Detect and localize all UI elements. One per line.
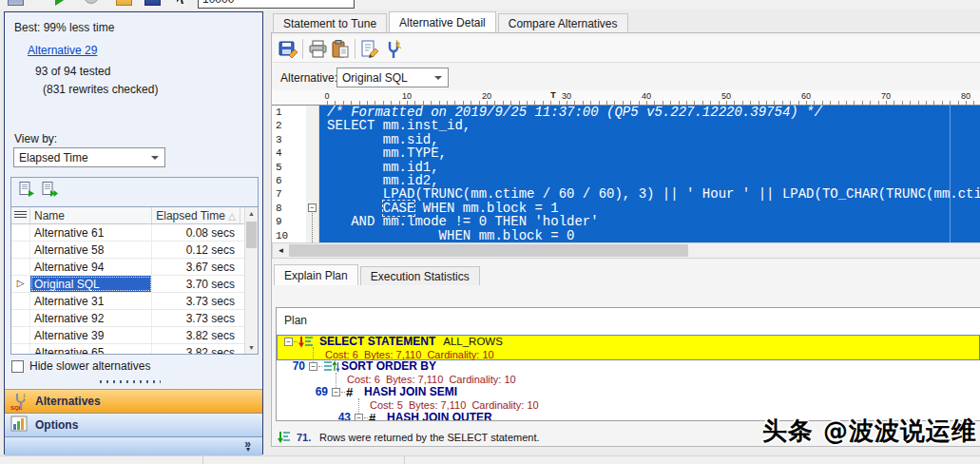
- edit-sql-icon[interactable]: [360, 39, 380, 59]
- tested-count-label: 93 of 94 tested: [35, 65, 110, 78]
- tab-explain-plan[interactable]: Explain Plan: [274, 264, 358, 285]
- hamburger-icon[interactable]: [14, 211, 27, 220]
- tree-collapse-icon[interactable]: −: [309, 362, 317, 371]
- tab-execution-statistics[interactable]: Execution Statistics: [360, 266, 480, 285]
- main-tabs: Statement to TuneAlternative DetailCompa…: [273, 11, 630, 32]
- toolbar-input-value: 10000: [202, 0, 234, 6]
- table-row[interactable]: Alternative 653.82 secs: [11, 344, 258, 354]
- scroll-left-icon[interactable]: ◄: [273, 243, 289, 258]
- row-marker-cell: ▷: [11, 276, 30, 292]
- table-row[interactable]: Alternative 393.82 secs: [11, 327, 258, 344]
- plan-node-name: SORT ORDER BY: [341, 359, 436, 373]
- plan-node-title-row: SELECT STATEMENTALL_ROWS: [278, 336, 979, 348]
- nav-overflow-bar[interactable]: » ▾: [5, 436, 262, 455]
- table-scrollbar[interactable]: ▲ ▼: [244, 207, 258, 354]
- scroll-thumb[interactable]: [246, 222, 257, 248]
- editor-hscrollbar[interactable]: ◄: [272, 242, 980, 259]
- tune-statement-icon[interactable]: [384, 39, 404, 59]
- row-marker-cell: [11, 293, 30, 309]
- cursor-icon[interactable]: [177, 0, 188, 4]
- paste-icon[interactable]: [331, 39, 351, 59]
- export-report-icon[interactable]: [19, 182, 35, 197]
- tab-compare-alternatives[interactable]: Compare Alternatives: [498, 13, 628, 32]
- sql-editor[interactable]: 01020304050607080T 12345678910 − /* Form…: [272, 90, 980, 259]
- line-number: 10: [272, 229, 306, 242]
- plan-node[interactable]: −SELECT STATEMENTALL_ROWSCost: 6 Bytes: …: [277, 335, 980, 360]
- scroll-down-icon[interactable]: ▼: [245, 341, 258, 354]
- ruler-mark: 30: [562, 91, 571, 101]
- plan-node-cost: Cost: 6 Bytes: 7,110 Cardinality: 10: [277, 373, 980, 386]
- row-name-cell: Alternative 94: [30, 259, 152, 275]
- editor-fold-column: −: [306, 106, 319, 242]
- save-as-icon[interactable]: [279, 39, 298, 59]
- tuning-fork-icon: SQL: [10, 392, 31, 411]
- table-header[interactable]: Name Elapsed Time △: [11, 207, 258, 224]
- print-icon[interactable]: [308, 39, 328, 59]
- table-row[interactable]: Alternative 313.73 secs: [11, 293, 258, 310]
- table-row[interactable]: Alternative 610.08 secs: [11, 224, 258, 242]
- code-line: SELECT mm.inst_id,: [327, 119, 980, 132]
- ruler-mark: 20: [482, 91, 491, 101]
- row-marker-cell: [11, 224, 30, 241]
- save-icon[interactable]: [144, 0, 161, 6]
- toolbar-separator: [302, 39, 303, 59]
- open-folder-icon[interactable]: [116, 0, 132, 6]
- plan-node-name: HASH JOIN OUTER: [387, 411, 492, 421]
- elapsed-column-header[interactable]: Elapsed Time △: [152, 207, 240, 223]
- tab-statement-to-tune[interactable]: Statement to Tune: [273, 13, 387, 32]
- tree-collapse-icon[interactable]: −: [284, 338, 293, 346]
- row-elapsed-cell: 3.73 secs: [152, 310, 240, 326]
- row-marker-cell: [11, 242, 30, 258]
- tab-alternative-detail[interactable]: Alternative Detail: [389, 11, 496, 32]
- view-by-value: Elapsed Time: [19, 151, 88, 164]
- caret-down-icon[interactable]: ▾: [246, 445, 250, 454]
- plan-node[interactable]: 69−#HASH JOIN SEMICost: 5 Bytes: 7,110 C…: [277, 386, 980, 412]
- fold-collapse-icon[interactable]: −: [308, 203, 317, 212]
- stop-icon[interactable]: [84, 0, 99, 4]
- elapsed-column-label: Elapsed Time: [156, 209, 225, 222]
- table-row[interactable]: ▷Original SQL3.70 secs: [11, 276, 258, 293]
- line-number: 5: [272, 161, 306, 174]
- status-divider: [202, 456, 203, 464]
- name-column-header[interactable]: Name: [30, 207, 152, 223]
- row-marker-cell: [11, 310, 30, 326]
- line-number: 8: [272, 202, 306, 215]
- grid-icon[interactable]: [8, 0, 24, 6]
- editor-code-area[interactable]: 12345678910 − /* Formatted on 2019/9/25 …: [272, 106, 980, 242]
- alternative-value: Original SQL: [342, 71, 408, 85]
- table-row[interactable]: Alternative 580.12 secs: [11, 242, 258, 259]
- hide-slower-checkbox[interactable]: [11, 360, 24, 373]
- explain-plan-panel: Plan −SELECT STATEMENTALL_ROWSCost: 6 By…: [276, 307, 980, 421]
- export-all-reports-icon[interactable]: [42, 182, 58, 197]
- table-row[interactable]: Alternative 943.67 secs: [11, 259, 258, 276]
- plan-node[interactable]: 70−SORT ORDER BYCost: 6 Bytes: 7,110 Car…: [277, 360, 980, 386]
- splitter-handle[interactable]: [100, 380, 161, 383]
- table-row[interactable]: Alternative 923.73 secs: [11, 310, 258, 327]
- line-number: 6: [272, 174, 306, 187]
- tree-collapse-icon[interactable]: −: [355, 414, 363, 421]
- sort-ascending-icon: △: [228, 211, 236, 222]
- toolbar-input[interactable]: 10000: [198, 0, 355, 9]
- line-number: 3: [272, 133, 306, 146]
- tab-stop-marker: T: [550, 90, 556, 100]
- detail-tabs: Explain PlanExecution Statistics: [274, 264, 482, 285]
- alternative-label: Alternative:: [280, 71, 337, 85]
- best-alternative-link[interactable]: Alternative 29: [28, 44, 97, 57]
- sidebar-item-label: Options: [35, 418, 78, 432]
- line-number: 7: [272, 187, 306, 201]
- sidebar-item-options[interactable]: Options: [5, 413, 262, 436]
- editor-lines[interactable]: /* Formatted on 2019/9/25 11:37:00 (QP5 …: [320, 106, 980, 242]
- scroll-up-icon[interactable]: ▲: [245, 207, 258, 220]
- hscroll-thumb[interactable]: [289, 244, 688, 257]
- run-icon[interactable]: [55, 0, 68, 6]
- view-by-select[interactable]: Elapsed Time: [13, 147, 165, 167]
- row-name-cell: Original SQL: [30, 276, 152, 292]
- code-line: mm.id1,: [327, 161, 980, 174]
- code-line: mm.id2,: [327, 174, 980, 187]
- tree-collapse-icon[interactable]: −: [332, 388, 340, 396]
- plan-node-name: SELECT STATEMENT: [319, 335, 435, 348]
- row-marker-cell: [11, 327, 30, 343]
- editor-gutter: 12345678910: [272, 106, 306, 242]
- sidebar-item-alternatives[interactable]: SQLAlternatives: [5, 389, 262, 413]
- alternative-select[interactable]: Original SQL: [336, 68, 449, 87]
